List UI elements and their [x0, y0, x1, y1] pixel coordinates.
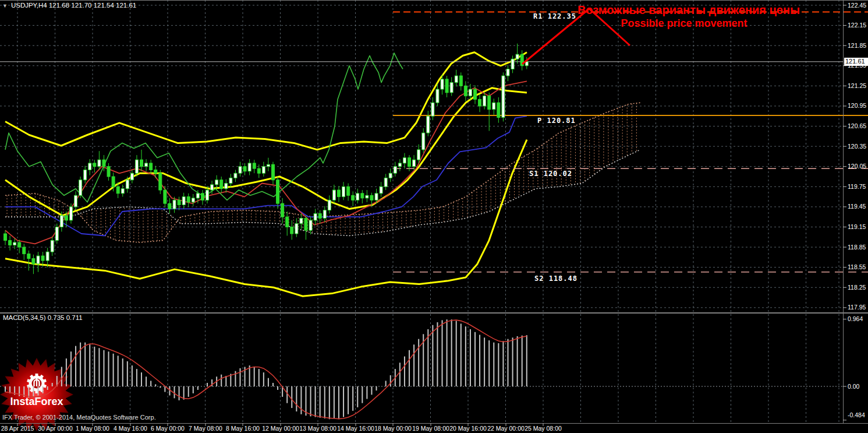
candle [493, 103, 495, 110]
candle [55, 227, 58, 240]
time-tick-label: 6 May 00:00 [151, 425, 185, 432]
candle [13, 242, 16, 245]
candle [187, 197, 190, 202]
time-tick-label: 30 Apr 00:00 [38, 425, 73, 432]
pivot-label-s2: S2 118.48 [534, 274, 578, 283]
macd-tick-label: 0.00 [848, 383, 859, 390]
pivot-label-p: P 120.81 [537, 117, 576, 125]
candle [277, 180, 279, 203]
candle [145, 163, 148, 167]
candle [347, 186, 350, 195]
time-tick-label: 28 Apr 2015 [1, 425, 34, 432]
candle [398, 163, 401, 167]
bb_upper-line [5, 52, 527, 150]
candle [243, 167, 246, 171]
chart-title: USDJPY,H4 121.68 121.70 121.54 121.61 [11, 2, 136, 9]
candle [253, 163, 256, 168]
time-tick-label: 12 May 00:00 [262, 425, 299, 432]
candle [196, 193, 199, 198]
candle [413, 160, 416, 167]
candle [488, 96, 491, 110]
candle [328, 200, 331, 210]
candle [450, 83, 453, 93]
pivot-label-s1: S1 120.02 [529, 170, 572, 178]
price-tick-label: 118.85 [848, 244, 866, 251]
chart-title-bar: ▼USDJPY,H4 121.68 121.70 121.54 121.61 [2, 2, 136, 9]
time-tick-label: 18 May 00:00 [374, 425, 412, 432]
candle [479, 99, 481, 106]
candle [497, 103, 500, 117]
candle [41, 256, 44, 260]
time-tick-label: 22 May 00:00 [487, 425, 525, 432]
candle [159, 173, 162, 190]
candle [182, 197, 185, 205]
candle [79, 180, 82, 196]
time-tick-label: 25 May 08:00 [525, 425, 562, 432]
candle [107, 167, 110, 177]
candle [93, 163, 96, 167]
candle [154, 170, 157, 173]
time-tick-label: 8 May 16:00 [226, 425, 260, 432]
candle [436, 89, 439, 103]
candle [262, 167, 265, 174]
candle [300, 219, 303, 224]
candle [474, 89, 477, 99]
candle [394, 167, 396, 174]
price-tick-label: 120.35 [848, 143, 866, 150]
candle [178, 200, 180, 205]
candle [140, 160, 143, 167]
copyright-text: IFX Trader, © 2001-2014, MetaQuotes Soft… [2, 414, 156, 421]
candle [229, 178, 232, 183]
candle [361, 193, 364, 198]
symbol-dropdown-icon[interactable]: ▼ [2, 3, 8, 9]
time-tick-label: 14 May 16:00 [337, 425, 374, 432]
logo-wordmark: InstaForex [10, 396, 63, 407]
candle [130, 173, 133, 180]
candle [483, 96, 486, 106]
candle [323, 210, 326, 219]
candle [211, 185, 214, 190]
candle [37, 256, 40, 264]
candle [281, 203, 284, 217]
time-tick-label: 7 May 08:00 [189, 425, 222, 432]
candle [234, 173, 237, 178]
annotation-text-en: Possible price movement [621, 17, 747, 30]
candle [408, 158, 411, 167]
candlesticks-layer [4, 44, 529, 274]
candle [318, 213, 321, 218]
candle [32, 259, 35, 264]
candle [150, 163, 153, 170]
candle [9, 241, 12, 245]
candle [112, 177, 115, 186]
candle [459, 76, 462, 86]
candle [192, 198, 194, 202]
candle [370, 195, 373, 200]
price-tick-label: 119.75 [848, 183, 866, 190]
macd-tick-label: 0.964 [848, 315, 863, 322]
price-tick-label: 120.95 [848, 102, 866, 109]
candle [502, 76, 505, 117]
candle [356, 193, 359, 200]
candle [84, 170, 87, 179]
candle [286, 217, 289, 227]
candle [65, 216, 68, 220]
candle [342, 186, 345, 196]
candle [60, 216, 63, 227]
candle [201, 193, 204, 200]
candle [403, 158, 406, 163]
candle [384, 178, 387, 186]
candle [352, 195, 355, 200]
candle [168, 203, 171, 209]
price-tick-label: 119.45 [848, 203, 866, 210]
candle [290, 227, 293, 234]
candle [46, 252, 49, 260]
price-tick-label: 122.15 [848, 22, 866, 29]
chart-canvas[interactable]: InstaForex [0, 0, 868, 433]
candle [295, 224, 298, 234]
candle [511, 59, 514, 69]
time-tick-label: 19 May 08:00 [412, 425, 449, 432]
chikou-line [5, 53, 403, 202]
price-tick-label: 118.55 [848, 263, 866, 270]
candle [516, 54, 519, 59]
candle [337, 190, 340, 197]
